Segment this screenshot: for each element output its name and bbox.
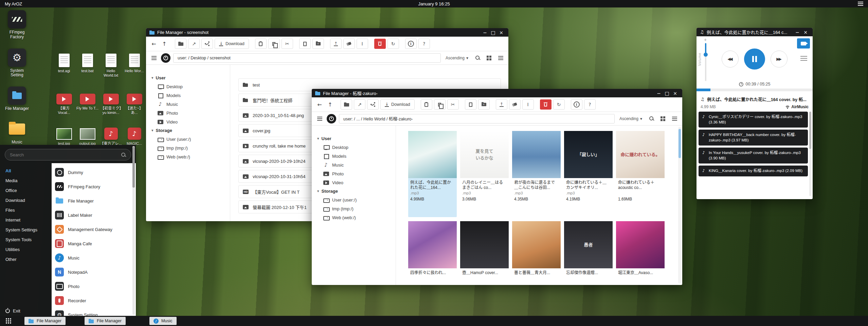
open-button[interactable] — [341, 99, 352, 110]
desktop-file[interactable]: 【初音ミク】yu kimin... — [100, 88, 122, 115]
eraser-button[interactable] — [343, 39, 355, 49]
category-item[interactable]: Media — [0, 176, 52, 186]
menu-button[interactable] — [315, 114, 324, 124]
scrollbar-thumb[interactable] — [679, 129, 681, 158]
category-item[interactable]: All — [0, 166, 52, 176]
refresh-button[interactable]: ↻ — [387, 39, 399, 49]
sidebar-section-user[interactable]: ▾User — [146, 74, 230, 82]
desktop-file[interactable]: test.jpg — [53, 123, 75, 146]
desktop-icon[interactable]: FFmpeg Factory — [5, 10, 29, 40]
file-tile[interactable]: 堀江東京＿Avaso... — [616, 221, 665, 285]
up-button[interactable]: ↑ — [326, 99, 334, 110]
sidebar-section-user[interactable]: ▾User — [312, 134, 396, 143]
search-button[interactable] — [647, 114, 656, 124]
category-item[interactable]: Other — [0, 254, 52, 264]
help-button[interactable]: ? — [584, 99, 596, 110]
playlist-item[interactable]: In Your Hands＿yusukeP cover. by 柘榴-zakur… — [699, 148, 808, 164]
minimize-button[interactable]: − — [481, 30, 489, 35]
app-item[interactable]: File Manager — [55, 194, 131, 208]
scrollbar[interactable] — [678, 127, 681, 284]
refresh-button[interactable]: ↻ — [553, 99, 565, 110]
list-view-button[interactable] — [670, 114, 679, 124]
titlebar[interactable]: ♫ 例えば、今此処に置かれた花に＿164 c... − × — [697, 28, 813, 36]
desktop-file[interactable]: MAGIC... — [123, 123, 145, 146]
exit-button[interactable]: Exit — [0, 308, 52, 313]
sort-select[interactable]: Ascending▾ — [444, 56, 470, 60]
minimize-button[interactable]: − — [655, 91, 663, 96]
search-button[interactable] — [473, 53, 482, 63]
sidebar-item[interactable]: Video — [146, 117, 230, 126]
paste-button[interactable] — [255, 39, 267, 49]
path-bar[interactable]: user: / Desktop / screenshot — [173, 53, 441, 63]
new-folder-button[interactable] — [312, 39, 324, 49]
maximize-button[interactable]: □ — [663, 91, 671, 96]
volume-up-icon[interactable]: + — [704, 37, 707, 42]
info-button[interactable]: i — [571, 99, 582, 110]
scrollbar[interactable] — [809, 112, 811, 196]
sidebar-item[interactable]: Models — [146, 91, 230, 100]
playlist-item[interactable]: Cynic＿ポリスピカデリー cover. by 柘榴-zakuro-.mp3 … — [699, 112, 808, 128]
desktop-file[interactable]: output.jpg — [76, 123, 98, 146]
share-button[interactable] — [201, 39, 213, 49]
app-item[interactable]: NotepadA — [55, 265, 131, 279]
file-tile[interactable]: 夏を見て いるかな 八月のレイニー＿はるまきごはん co... .mp3 3.0… — [460, 131, 509, 217]
recent-files-button[interactable] — [327, 114, 336, 123]
upload-button[interactable]: ↑ — [496, 99, 507, 110]
file-tile[interactable]: 君が夜の海に還るまで＿こんにちは谷田... .mp3 4.35MB — [512, 131, 561, 217]
path-bar[interactable]: user: / ... / Hello World / 柘榴-zakuro- — [339, 114, 615, 123]
sidebar-item[interactable]: User (user:/) — [146, 135, 230, 143]
next-button[interactable]: ▶▶ — [771, 51, 788, 68]
download-button[interactable]: ↓Download — [380, 99, 415, 110]
back-button[interactable]: ← — [315, 99, 324, 110]
info-button[interactable]: i — [405, 39, 417, 49]
grid-view-button[interactable] — [485, 53, 493, 63]
app-item[interactable]: FFmpeg Factory — [55, 179, 131, 194]
close-button[interactable]: × — [671, 91, 679, 96]
upload-button[interactable]: ↑ — [330, 39, 342, 49]
playlist-item[interactable]: KING＿Kanaria cover. by 柘榴-zakuro-.mp3 (2… — [699, 166, 808, 176]
sidebar-section-storage[interactable]: ▾Storage — [146, 126, 230, 135]
category-item[interactable]: System Tools — [0, 235, 52, 245]
file-tile[interactable]: 命に嫌われている。 命に嫌われている＋acoustic co... 1.69MB — [616, 131, 665, 217]
sidebar-item[interactable]: Music — [312, 160, 396, 169]
file-tile[interactable]: 四季折々に扱われ... — [408, 221, 457, 285]
file-tile[interactable]: 薔と薔薇＿青大月... — [512, 221, 561, 285]
sidebar-item[interactable]: tmp (tmp:/) — [146, 143, 230, 152]
taskbar-app[interactable]: File Manager — [85, 317, 126, 325]
category-item[interactable]: System Settings — [0, 225, 52, 235]
category-item[interactable]: Office — [0, 186, 52, 195]
sidebar-item[interactable]: Video — [312, 178, 396, 187]
desktop-file[interactable]: test.agi — [53, 51, 75, 77]
cut-button[interactable]: ✂ — [282, 39, 293, 49]
paste-button[interactable] — [421, 99, 432, 110]
rename-button[interactable]: I — [357, 39, 368, 49]
category-item[interactable]: Internet — [0, 215, 52, 225]
close-button[interactable]: × — [802, 30, 809, 35]
sidebar-item[interactable]: tmp (tmp:/) — [312, 204, 396, 213]
recent-files-button[interactable] — [161, 53, 170, 63]
menu-button[interactable] — [149, 53, 158, 63]
sidebar-item[interactable]: Web (web:/) — [146, 152, 230, 161]
minimize-button[interactable]: − — [794, 30, 801, 35]
search-input[interactable] — [10, 152, 121, 157]
new-folder-button[interactable] — [478, 99, 490, 110]
pause-button[interactable] — [744, 49, 765, 70]
sidebar-item[interactable]: Web (web:/) — [312, 213, 396, 222]
open-in-new-button[interactable]: ↗ — [188, 39, 200, 49]
cast-button[interactable] — [797, 38, 810, 49]
close-button[interactable]: × — [498, 30, 505, 35]
share-button[interactable] — [367, 99, 379, 110]
titlebar[interactable]: File Manager - screenshot − □ × — [146, 28, 508, 37]
copy-button[interactable] — [268, 39, 280, 49]
app-item[interactable]: Photo — [55, 279, 131, 293]
titlebar[interactable]: File Manager - 柘榴-zakuro- − □ × — [312, 89, 682, 97]
open-button[interactable] — [175, 39, 186, 49]
cut-button[interactable]: ✂ — [447, 99, 459, 110]
desktop-file[interactable]: 【迷た~】あ... — [123, 88, 145, 115]
app-item[interactable]: Music — [55, 251, 131, 265]
progress-bar[interactable] — [697, 89, 813, 91]
brand-menu[interactable]: My ArOZ — [5, 1, 22, 6]
desktop-file[interactable]: Hello Wor... — [123, 51, 145, 77]
sidebar-item[interactable]: Photo — [312, 169, 396, 178]
queue-menu-icon[interactable] — [800, 56, 807, 61]
